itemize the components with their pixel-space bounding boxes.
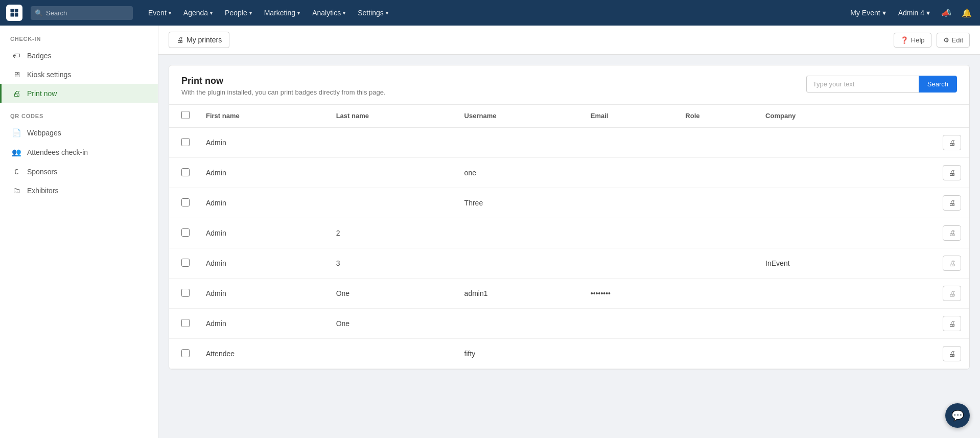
nav-item-event[interactable]: Event ▾ [143, 6, 176, 20]
chevron-down-icon: ▾ [882, 9, 886, 17]
row-print-button-3[interactable]: 🖨 [943, 225, 961, 241]
sidebar-item-print-now[interactable]: 🖨 Print now [0, 84, 158, 103]
nav-right: My Event ▾ Admin 4 ▾ 📣 🔔 [847, 6, 974, 20]
cell-email [582, 339, 678, 369]
cell-role [677, 158, 757, 188]
page-subtitle: With the plugin installed, you can print… [181, 88, 386, 96]
cell-last-name: One [328, 309, 456, 339]
cell-first-name: Admin [198, 158, 328, 188]
cell-email [582, 248, 678, 279]
search-text-input[interactable] [806, 76, 919, 93]
webpage-icon: 📄 [12, 128, 21, 137]
cell-role [677, 339, 757, 369]
nav-item-agenda[interactable]: Agenda ▾ [178, 6, 218, 20]
svg-rect-3 [15, 13, 18, 17]
row-checkbox-1[interactable] [181, 168, 190, 176]
row-checkbox-6[interactable] [181, 319, 190, 327]
cell-email [582, 188, 678, 218]
cell-last-name [328, 188, 456, 218]
cell-email [582, 309, 678, 339]
row-print-button-6[interactable]: 🖨 [943, 316, 961, 331]
cell-company: InEvent [757, 248, 879, 279]
row-checkbox-4[interactable] [181, 259, 190, 267]
sidebar-item-kiosk-settings[interactable]: 🖥 Kiosk settings [0, 65, 158, 84]
col-last-name: Last name [328, 105, 456, 127]
cell-role [677, 188, 757, 218]
cell-first-name: Admin [198, 248, 328, 279]
cell-username [456, 218, 582, 248]
search-input[interactable] [31, 6, 133, 20]
search-button[interactable]: Search [919, 76, 957, 93]
app-logo[interactable] [6, 5, 22, 21]
admin-button[interactable]: Admin 4 ▾ [895, 7, 933, 19]
chevron-down-icon: ▾ [297, 10, 300, 16]
cell-role [677, 218, 757, 248]
notification-bell-icon[interactable]: 🔔 [960, 6, 974, 20]
cell-last-name: One [328, 279, 456, 309]
content-area: Print now With the plugin installed, you… [158, 55, 980, 380]
my-event-button[interactable]: My Event ▾ [847, 7, 889, 19]
select-all-checkbox[interactable] [181, 111, 190, 119]
cell-company [757, 339, 879, 369]
my-printers-button[interactable]: 🖨 My printers [169, 32, 229, 48]
nav-item-people[interactable]: People ▾ [220, 6, 257, 20]
cell-username [456, 127, 582, 158]
megaphone-icon[interactable]: 📣 [939, 6, 953, 20]
cell-company [757, 188, 879, 218]
row-checkbox-7[interactable] [181, 349, 190, 357]
cell-email [582, 218, 678, 248]
search-icon: 🔍 [35, 9, 43, 17]
cell-username: admin1 [456, 279, 582, 309]
cell-username [456, 248, 582, 279]
cell-first-name: Admin [198, 127, 328, 158]
cell-first-name: Attendee [198, 339, 328, 369]
exhibitors-icon: 🗂 [12, 186, 21, 195]
sidebar-item-badges[interactable]: 🏷 Badges [0, 46, 158, 65]
nav-item-marketing[interactable]: Marketing ▾ [259, 6, 305, 20]
row-checkbox-0[interactable] [181, 138, 190, 146]
cell-role [677, 309, 757, 339]
print-now-header: Print now With the plugin installed, you… [169, 65, 969, 105]
sidebar-item-webpages[interactable]: 📄 Webpages [0, 123, 158, 143]
cell-username: one [456, 158, 582, 188]
row-print-button-4[interactable]: 🖨 [943, 256, 961, 271]
print-now-card: Print now With the plugin installed, you… [169, 65, 970, 370]
help-button[interactable]: ❓ Help [894, 33, 931, 48]
sidebar-item-exhibitors[interactable]: 🗂 Exhibitors [0, 181, 158, 200]
printer-icon: 🖨 [176, 36, 183, 44]
svg-rect-2 [11, 13, 14, 17]
row-checkbox-3[interactable] [181, 228, 190, 237]
search-bar: Search [806, 76, 957, 93]
cell-username: fifty [456, 339, 582, 369]
row-print-button-5[interactable]: 🖨 [943, 286, 961, 301]
col-first-name: First name [198, 105, 328, 127]
chat-button[interactable]: 💬 [945, 403, 970, 428]
row-print-button-0[interactable]: 🖨 [943, 135, 961, 150]
nav-item-settings[interactable]: Settings ▾ [353, 6, 393, 20]
table-row: Admin 2 🖨 [169, 218, 969, 248]
nav-item-analytics[interactable]: Analytics ▾ [307, 6, 351, 20]
sidebar-item-attendees-checkin[interactable]: 👥 Attendees check-in [0, 143, 158, 162]
table-row: Attendee fifty 🖨 [169, 339, 969, 369]
chat-icon: 💬 [951, 409, 964, 422]
row-print-button-1[interactable]: 🖨 [943, 165, 961, 180]
chevron-down-icon: ▾ [249, 10, 252, 16]
row-print-button-7[interactable]: 🖨 [943, 346, 961, 361]
cell-company [757, 127, 879, 158]
row-checkbox-5[interactable] [181, 289, 190, 297]
printer-icon: 🖨 [12, 89, 21, 98]
top-navigation: 🔍 Event ▾ Agenda ▾ People ▾ Marketing ▾ … [0, 0, 980, 26]
gear-icon: ⚙ [943, 36, 949, 44]
cell-first-name: Admin [198, 218, 328, 248]
row-checkbox-2[interactable] [181, 198, 190, 206]
sidebar-item-sponsors[interactable]: € Sponsors [0, 162, 158, 181]
col-username: Username [456, 105, 582, 127]
cell-company [757, 279, 879, 309]
chevron-down-icon: ▾ [210, 10, 213, 16]
row-print-button-2[interactable]: 🖨 [943, 195, 961, 211]
col-email: Email [582, 105, 678, 127]
cell-last-name: 3 [328, 248, 456, 279]
people-table: First name Last name Username Email Role… [169, 105, 969, 369]
chevron-down-icon: ▾ [169, 10, 171, 16]
edit-button[interactable]: ⚙ Edit [937, 33, 970, 48]
